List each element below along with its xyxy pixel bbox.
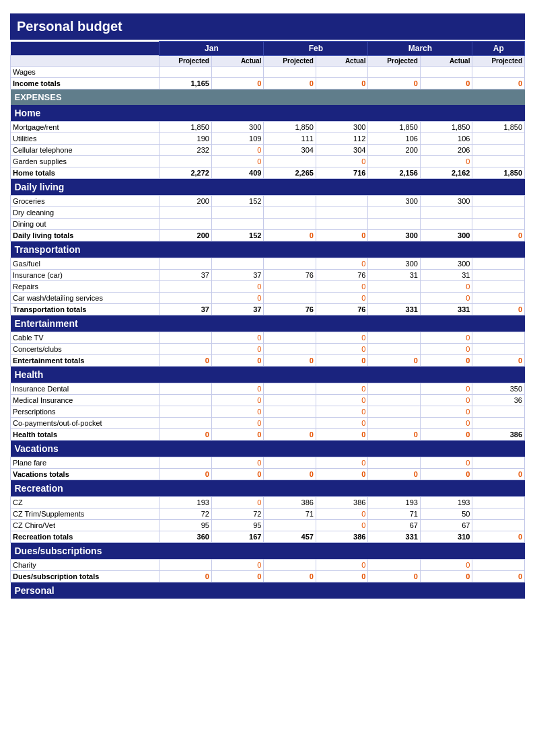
recreation-totals-row: Recreation totals 360 167 457 386 331 31… (11, 531, 525, 543)
act3: Actual (420, 56, 472, 67)
dry-cleaning-row: Dry cleaning (11, 207, 525, 219)
proj1: Projected (159, 56, 212, 67)
prescriptions-row: Perscriptions 0 0 0 (11, 406, 525, 418)
entertainment-label: Entertainment (11, 315, 525, 332)
entertainment-section-header: Entertainment (11, 315, 525, 332)
recreation-label: Recreation (11, 480, 525, 497)
ins-dental-row: Insurance Dental 0 0 0 350 (11, 383, 525, 395)
home-label: Home (11, 105, 525, 122)
cellular-row: Cellular telephone 232 0 304 304 200 206 (11, 145, 525, 156)
groceries-row: Groceries 200 152 300 300 (11, 196, 525, 207)
proj4: Projected (472, 56, 525, 67)
gas-row: Gas/fuel 0 300 300 (11, 258, 525, 270)
transportation-section-header: Transportation (11, 241, 525, 258)
feb-header: Feb (264, 42, 368, 56)
vacations-section-header: Vacations (11, 441, 525, 457)
expenses-header: EXPENSES (11, 89, 525, 106)
proj2: Projected (264, 56, 316, 67)
home-section-header: Home (11, 105, 525, 122)
sub-header-row: Projected Actual Projected Actual Projec… (11, 56, 525, 67)
dues-label: Dues/subscriptions (11, 543, 525, 560)
home-totals-row: Home totals 2,272 409 2,265 716 2,156 2,… (11, 167, 525, 179)
transportation-totals-row: Transportation totals 37 37 76 76 331 33… (11, 304, 525, 315)
dues-totals-row: Dues/subscription totals 0 0 0 0 0 0 0 (11, 571, 525, 582)
transportation-label: Transportation (11, 241, 525, 258)
wages-label: Wages (11, 67, 159, 78)
daily-section-header: Daily living (11, 179, 525, 196)
vacations-label: Vacations (11, 441, 525, 457)
personal-section-header: Personal (11, 582, 525, 599)
daily-label: Daily living (11, 179, 525, 196)
act2: Actual (316, 56, 368, 67)
mortgage-row: Mortgage/rent 1,850 300 1,850 300 1,850 … (11, 122, 525, 133)
act1: Actual (211, 56, 264, 67)
month-header-row: Jan Feb March Ap (11, 42, 525, 56)
dues-section-header: Dues/subscriptions (11, 543, 525, 560)
health-section-header: Health (11, 367, 525, 383)
insurance-car-row: Insurance (car) 37 37 76 76 31 31 (11, 270, 525, 281)
personal-label: Personal (11, 582, 525, 599)
dining-row: Dining out (11, 219, 525, 230)
repairs-row: Repairs 0 0 0 (11, 281, 525, 293)
garden-row: Garden supplies 0 0 0 (11, 156, 525, 167)
income-totals-row: Income totals 1,165 0 0 0 0 0 0 (11, 78, 525, 89)
health-totals-row: Health totals 0 0 0 0 0 0 386 (11, 429, 525, 441)
cable-row: Cable TV 0 0 0 (11, 332, 525, 344)
cz-trim-row: CZ Trim/Supplements 72 72 71 0 71 50 (11, 508, 525, 520)
charity-row: Charity 0 0 0 (11, 560, 525, 571)
proj3: Projected (368, 56, 421, 67)
copay-row: Co-payments/out-of-pocket 0 0 0 (11, 418, 525, 429)
cz-row: CZ 193 0 386 386 193 193 (11, 497, 525, 508)
jan-header: Jan (159, 42, 264, 56)
concerts-row: Concerts/clubs 0 0 0 (11, 344, 525, 355)
page-title: Personal budget (10, 13, 525, 40)
cz-chiro-row: CZ Chiro/Vet 95 95 0 67 67 (11, 520, 525, 531)
carwash-row: Car wash/detailing services 0 0 0 (11, 293, 525, 304)
wages-row: Wages (11, 67, 525, 78)
daily-totals-row: Daily living totals 200 152 0 0 300 300 … (11, 230, 525, 241)
recreation-section-header: Recreation (11, 480, 525, 497)
utilities-row: Utilities 190 109 111 112 106 106 (11, 133, 525, 145)
entertainment-totals-row: Entertainment totals 0 0 0 0 0 0 0 (11, 355, 525, 367)
expenses-label: EXPENSES (11, 89, 525, 106)
medical-ins-row: Medical Insurance 0 0 0 36 (11, 395, 525, 406)
ap-header: Ap (472, 42, 525, 56)
march-header: March (368, 42, 472, 56)
planefare-row: Plane fare 0 0 0 (11, 457, 525, 469)
vacations-totals-row: Vacations totals 0 0 0 0 0 0 0 (11, 469, 525, 480)
health-label: Health (11, 367, 525, 383)
income-totals-label: Income totals (11, 78, 159, 89)
